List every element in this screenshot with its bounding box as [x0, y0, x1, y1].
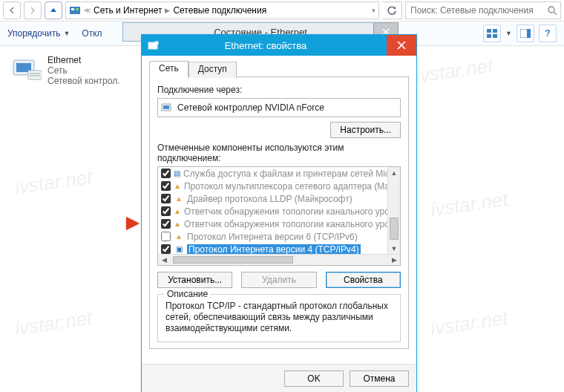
description-group: Описание Протокол TCP/IP - стандартный п… — [157, 294, 401, 342]
disable-connection-button[interactable]: Откл — [82, 28, 102, 39]
organize-menu[interactable]: Упорядочить ▼ — [7, 28, 70, 39]
disable-label: Откл — [82, 28, 102, 39]
component-label: Протокол Интернета версии 4 (TCP/IPv4) — [187, 244, 361, 255]
list-item[interactable]: ▤Служба доступа к файлам и принтерам сет… — [158, 167, 388, 180]
svg-rect-2 — [76, 8, 79, 10]
scroll-thumb[interactable] — [390, 218, 399, 240]
svg-point-3 — [548, 7, 554, 13]
component-checkbox[interactable] — [161, 169, 171, 178]
list-item[interactable]: ▲Протокол мультиплексора сетевого адапте… — [158, 180, 388, 192]
close-button[interactable] — [387, 35, 416, 56]
ok-button[interactable]: OK — [284, 370, 344, 387]
svg-rect-13 — [28, 71, 42, 79]
watermark: ivstar.net — [13, 307, 94, 340]
component-label: Драйвер протокола LLDP (Майкрософт) — [187, 194, 352, 204]
configure-button[interactable]: Настроить... — [330, 122, 401, 138]
svg-rect-1 — [71, 8, 74, 10]
protocol-icon: ▲ — [174, 195, 184, 203]
service-icon: ▤ — [174, 169, 180, 177]
component-checkbox[interactable] — [161, 194, 171, 203]
dialog-body: Сеть Доступ Подключение через: Сетевой к… — [142, 56, 416, 364]
component-checkbox[interactable] — [161, 232, 171, 241]
tab-access[interactable]: Доступ — [188, 62, 237, 78]
component-label: Служба доступа к файлам и принтерам сете… — [183, 169, 388, 179]
adapter-field: Сетевой контроллер NVIDIA nForce — [157, 98, 401, 117]
component-label: Протокол Интернета версии 6 (TCP/IPv6) — [187, 232, 358, 242]
svg-line-4 — [554, 12, 557, 15]
connection-item[interactable]: Ethernet Сеть Сетевой контрол. — [12, 55, 123, 86]
preview-pane-button[interactable] — [517, 24, 534, 42]
protocol-icon: ▲ — [174, 182, 181, 190]
organize-label: Упорядочить — [7, 28, 60, 39]
crumb-network-internet[interactable]: Сеть и Интернет — [94, 5, 162, 16]
scroll-down-button[interactable]: ▼ — [388, 243, 400, 255]
hscroll-thumb[interactable] — [173, 256, 293, 264]
list-item[interactable]: ▲Ответчик обнаружения топологии канально… — [158, 218, 388, 230]
network-adapter-icon — [12, 55, 42, 82]
component-checkbox[interactable] — [161, 206, 171, 216]
watermark: ivstar.net — [429, 307, 509, 340]
dialog-titlebar[interactable]: Ethernet: свойства — [142, 35, 416, 56]
list-item[interactable]: ▣Протокол Интернета версии 4 (TCP/IPv4) — [158, 243, 388, 255]
component-checkbox[interactable] — [161, 219, 171, 229]
connection-device: Сетевой контрол. — [47, 76, 120, 86]
search-input[interactable] — [409, 4, 545, 16]
install-button[interactable]: Установить... — [157, 272, 232, 288]
list-item[interactable]: ▲Протокол Интернета версии 6 (TCP/IPv6) — [158, 230, 388, 243]
forward-button[interactable] — [24, 1, 42, 19]
scroll-right-button[interactable]: ▶ — [388, 255, 400, 265]
protocol-icon: ▲ — [174, 220, 181, 228]
chevron-right-icon: ▶ — [165, 7, 170, 14]
back-button[interactable] — [3, 1, 21, 19]
chevron-down-icon[interactable]: ▼ — [505, 30, 512, 37]
scroll-up-button[interactable]: ▲ — [388, 167, 400, 179]
chevron-icon: ≪ — [84, 7, 91, 14]
protocol-icon: ▲ — [174, 207, 181, 215]
svg-rect-23 — [163, 105, 169, 109]
components-list[interactable]: ▤Служба доступа к файлам и принтерам сет… — [157, 166, 401, 266]
properties-button[interactable]: Свойства — [326, 272, 401, 288]
search-box[interactable] — [405, 1, 561, 19]
components-label: Отмеченные компоненты используются этим … — [157, 143, 401, 163]
watermark: ivstar.net — [414, 54, 494, 88]
list-item[interactable]: ▲Драйвер протокола LLDP (Майкрософт) — [158, 192, 388, 205]
up-button[interactable] — [45, 1, 62, 19]
horizontal-scrollbar[interactable]: ◀ ▶ — [158, 254, 400, 265]
tab-strip: Сеть Доступ — [149, 60, 409, 77]
watermark: ivstar.net — [429, 188, 509, 221]
chevron-down-icon: ▼ — [63, 30, 70, 37]
cancel-button[interactable]: Отмена — [350, 370, 409, 387]
adapter-name: Сетевой контроллер NVIDIA nForce — [177, 102, 324, 113]
network-protocol-icon: ▣ — [174, 245, 184, 253]
crumb-connections[interactable]: Сетевые подключения — [173, 5, 266, 16]
svg-rect-7 — [487, 34, 491, 38]
breadcrumb[interactable]: ≪ Сеть и Интернет ▶ Сетевые подключения … — [65, 1, 379, 19]
component-label: Ответчик обнаружения топологии канальног… — [184, 219, 388, 229]
tab-panel-network: Подключение через: Сетевой контроллер NV… — [149, 77, 409, 349]
help-button[interactable]: ? — [539, 24, 557, 42]
component-buttons: Установить... Удалить Свойства — [157, 272, 401, 288]
component-label: Протокол мультиплексора сетевого адаптер… — [184, 181, 388, 192]
search-icon — [548, 6, 557, 16]
annotation-arrow-icon — [126, 217, 140, 230]
component-checkbox[interactable] — [161, 244, 171, 254]
watermark: ivstar.net — [13, 166, 94, 199]
connection-text: Ethernet Сеть Сетевой контрол. — [47, 55, 120, 86]
dropdown-icon[interactable]: ▾ — [372, 7, 376, 14]
connection-status: Сеть — [47, 65, 120, 76]
ethernet-properties-dialog: Ethernet: свойства Сеть Доступ Подключен… — [141, 34, 417, 392]
description-text: Протокол TCP/IP - стандартный протокол г… — [165, 301, 393, 334]
protocol-icon: ▲ — [174, 232, 184, 241]
remove-button: Удалить — [241, 272, 316, 288]
component-checkbox[interactable] — [161, 181, 171, 191]
view-layout-button[interactable] — [483, 24, 501, 42]
svg-rect-10 — [527, 29, 531, 38]
svg-rect-6 — [493, 29, 497, 33]
svg-rect-5 — [487, 29, 491, 33]
tab-network[interactable]: Сеть — [149, 61, 188, 77]
vertical-scrollbar[interactable]: ▲ ▼ — [387, 167, 400, 255]
list-item[interactable]: ▲Ответчик обнаружения топологии канально… — [158, 205, 388, 218]
scroll-left-button[interactable]: ◀ — [158, 255, 170, 265]
refresh-button[interactable] — [382, 1, 402, 19]
connection-name: Ethernet — [47, 55, 120, 65]
